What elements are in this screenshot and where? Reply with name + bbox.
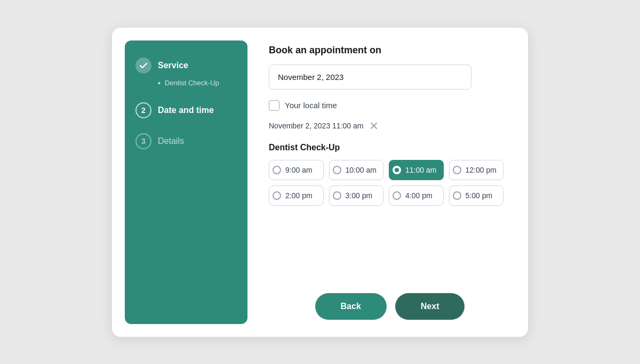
time-radio-11am[interactable] (393, 166, 401, 174)
time-label-11am: 11:00 am (405, 166, 436, 174)
time-option-3pm[interactable]: 3:00 pm (329, 185, 384, 206)
time-label-3pm: 3:00 pm (346, 191, 373, 200)
service-label: Dentist Check-Up (269, 143, 511, 152)
local-time-row: Your local time (269, 100, 511, 111)
next-button[interactable]: Next (395, 293, 465, 320)
time-label-5pm: 5:00 pm (466, 191, 493, 200)
sidebar-step-date-time[interactable]: 2 Date and time (135, 102, 237, 118)
main-content: Book an appointment on November 2, 2023 … (260, 41, 515, 324)
time-radio-9am[interactable] (273, 166, 281, 174)
time-option-10am[interactable]: 10:00 am (329, 160, 384, 180)
date-value: November 2, 2023 (278, 72, 343, 82)
selected-datetime-text: November 2, 2023 11:00 am (269, 122, 363, 130)
step-details-label: Details (158, 136, 184, 146)
time-label-9am: 9:00 am (285, 166, 313, 174)
clear-button[interactable] (370, 122, 378, 130)
step-3-icon: 3 (135, 133, 151, 149)
sidebar-step-details[interactable]: 3 Details (135, 133, 237, 149)
local-time-label: Your local time (285, 101, 337, 110)
time-radio-3pm[interactable] (333, 191, 341, 200)
sidebar-sub-service: Dentist Check-Up (158, 79, 237, 87)
step-2-icon: 2 (135, 102, 151, 118)
time-option-12pm[interactable]: 12:00 pm (449, 160, 504, 180)
time-label-12pm: 12:00 pm (466, 166, 497, 174)
step-date-time-label: Date and time (158, 106, 214, 115)
back-button[interactable]: Back (315, 293, 387, 320)
date-input[interactable]: November 2, 2023 (269, 64, 471, 90)
time-radio-10am[interactable] (333, 166, 341, 174)
local-time-checkbox[interactable] (269, 100, 279, 111)
selected-time-row: November 2, 2023 11:00 am (269, 122, 511, 130)
time-option-5pm[interactable]: 5:00 pm (449, 185, 504, 206)
book-title: Book an appointment on (269, 45, 511, 56)
time-radio-12pm[interactable] (453, 166, 461, 174)
time-radio-4pm[interactable] (393, 191, 401, 200)
time-grid: 9:00 am10:00 am11:00 am12:00 pm2:00 pm3:… (269, 160, 503, 206)
time-option-11am[interactable]: 11:00 am (389, 160, 444, 180)
sidebar-step-service[interactable]: Service (135, 58, 237, 74)
time-label-2pm: 2:00 pm (285, 191, 313, 200)
bottom-buttons: Back Next (269, 285, 511, 320)
time-option-2pm[interactable]: 2:00 pm (269, 185, 324, 206)
time-option-4pm[interactable]: 4:00 pm (389, 185, 444, 206)
time-radio-5pm[interactable] (453, 191, 461, 200)
time-label-4pm: 4:00 pm (405, 191, 433, 200)
time-label-10am: 10:00 am (346, 166, 377, 174)
sidebar: Service Dentist Check-Up 2 Date and time… (125, 41, 247, 324)
appointment-modal: Service Dentist Check-Up 2 Date and time… (112, 28, 528, 337)
step-service-label: Service (158, 61, 188, 70)
time-radio-2pm[interactable] (273, 191, 281, 200)
step-1-icon (135, 58, 151, 74)
time-option-9am[interactable]: 9:00 am (269, 160, 324, 180)
